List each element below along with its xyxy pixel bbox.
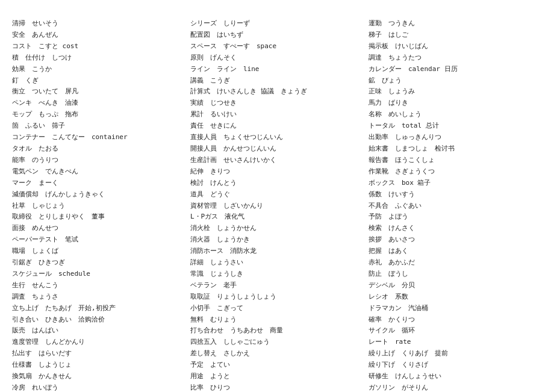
column-3: 運勤 つうきん梯子 はしご掲示板 けいじばん調達 ちょうたつカレンダー cale… — [364, 18, 542, 392]
entry-3-18: 予防 よぼう — [369, 211, 537, 223]
entry-2-28: 打ち合わせ うちあわせ 商量 — [190, 325, 359, 337]
entry-1-16: 減価償却 げんかしょうきゃく — [12, 189, 181, 201]
entry-1-3: コスト こすと cost — [12, 41, 181, 52]
entry-2-4: 原則 げんそく — [190, 52, 359, 64]
entry-3-17: 不具合 ふぐあい — [369, 201, 537, 212]
entry-2-17: 資材管理 しざいかんり — [190, 201, 359, 212]
entry-3-2: 梯子 はしご — [369, 30, 537, 41]
entry-2-25: 取取証 りょうしょうしょう — [190, 291, 359, 303]
entry-2-13: 生産計画 せいさんけいかく — [190, 155, 359, 166]
entry-3-22: 赤礼 あかふだ — [369, 257, 537, 269]
entry-3-9: 名称 めいしょう — [369, 109, 537, 120]
content-columns: 清掃 せいそう安全 あんぜんコスト こすと cost積 仕付け しつけ効果 こう… — [12, 18, 542, 392]
entry-1-29: 進度管理 しんどかんり — [12, 337, 181, 348]
entry-3-31: 繰り下げ くりさげ — [369, 359, 537, 371]
entry-1-24: 生行 せんこう — [12, 280, 181, 291]
entry-1-1: 清掃 せいそう — [12, 18, 181, 30]
entry-1-26: 立ち上げ たちあげ 开始,初投产 — [12, 303, 181, 314]
entry-1-33: 冷房 れいぼう — [12, 382, 181, 392]
entry-2-3: スペース すぺーす space — [190, 41, 359, 52]
entry-3-12: 始末書 しまつしょ 检讨书 — [369, 143, 537, 155]
entry-1-30: 払出す はらいだす — [12, 348, 181, 359]
entry-1-8: ペンキ べんき 油漆 — [12, 98, 181, 109]
entry-1-2: 安全 あんぜん — [12, 30, 181, 41]
entry-2-30: 差し替え さしかえ — [190, 348, 359, 359]
entry-1-15: マーク まーく — [12, 178, 181, 189]
entry-2-15: 検討 けんとう — [190, 178, 359, 189]
column-1: 清掃 せいそう安全 あんぜんコスト こすと cost積 仕付け しつけ効果 こう… — [12, 18, 185, 392]
entry-2-16: 道具 どうぐ — [190, 189, 359, 201]
entry-1-25: 調査 ちょうさ — [12, 291, 181, 303]
entry-1-21: 職場 しょくば — [12, 246, 181, 257]
entry-2-7: 計算式 けいさんしき 協議 きょうぎ — [190, 86, 359, 98]
entry-2-12: 開接人員 かんせつじんいん — [190, 143, 359, 155]
entry-3-23: 防止 ぼうし — [369, 269, 537, 280]
entry-3-5: カレンダー calendar 日历 — [369, 64, 537, 75]
entry-3-1: 運勤 つうきん — [369, 18, 537, 30]
entry-2-20: 消火器 しょうかき — [190, 234, 359, 246]
entry-3-32: 研修生 けんしょうせい — [369, 371, 537, 382]
entry-3-16: 係数 けいすう — [369, 189, 537, 201]
entry-2-6: 講義 こうぎ — [190, 75, 359, 87]
entry-3-6: 鉱 びょう — [369, 75, 537, 87]
entry-3-33: ガソリン がそりん — [369, 382, 537, 392]
entry-3-29: レート rate — [369, 337, 537, 348]
entry-2-9: 累計 るいけい — [190, 109, 359, 120]
entry-1-23: スケジュール schedule — [12, 269, 181, 280]
column-2: シリーズ しりーず配置図 はいちずスペース すぺーす space原則 げんそくラ… — [185, 18, 364, 392]
entry-2-29: 四捨五入 ししゃごにゅう — [190, 337, 359, 348]
entry-3-13: 報告書 ほうこくしょ — [369, 155, 537, 166]
entry-2-22: 詳細 しょうさい — [190, 257, 359, 269]
entry-2-19: 消火栓 しょうかせん — [190, 223, 359, 234]
entry-2-18: L・Pガス 液化气 — [190, 211, 359, 223]
entry-2-5: ライン ライン line — [190, 64, 359, 75]
entry-1-22: 引鋸ぎ ひきつぎ — [12, 257, 181, 269]
entry-1-9: モップ もっぷ 拖布 — [12, 109, 181, 120]
entry-3-30: 繰り上げ くりあげ 提前 — [369, 348, 537, 359]
entry-1-12: タオル たおる — [12, 143, 181, 155]
entry-3-24: デシベル 分贝 — [369, 280, 537, 291]
entry-1-13: 能率 のうりつ — [12, 155, 181, 166]
entry-1-19: 面接 めんせつ — [12, 223, 181, 234]
entry-2-27: 無料 むりょう — [190, 314, 359, 326]
entry-2-33: 比率 ひりつ — [190, 382, 359, 392]
entry-2-2: 配置図 はいちず — [190, 30, 359, 41]
entry-2-26: 小切手 こぎって — [190, 303, 359, 314]
entry-2-11: 直接人員 ちょくせつじんいん — [190, 132, 359, 143]
entry-1-11: コンテナー こんてなー container — [12, 132, 181, 143]
entry-2-10: 責任 せきにん — [190, 120, 359, 132]
entry-2-1: シリーズ しりーず — [190, 18, 359, 30]
entry-3-25: レシオ 系数 — [369, 291, 537, 303]
entry-1-4: 積 仕付け しつけ — [12, 52, 181, 64]
entry-1-18: 取締役 とりしまりやく 董事 — [12, 211, 181, 223]
entry-1-32: 換気扇 かんきせん — [12, 371, 181, 382]
page: 清掃 せいそう安全 あんぜんコスト こすと cost積 仕付け しつけ効果 こう… — [0, 0, 554, 392]
entry-3-10: トータル total 总计 — [369, 120, 537, 132]
entry-2-8: 実績 じつせき — [190, 98, 359, 109]
entry-1-20: ペーパーテスト 笔试 — [12, 234, 181, 246]
entry-3-8: 馬力 ばりき — [369, 98, 537, 109]
entry-3-4: 調達 ちょうたつ — [369, 52, 537, 64]
entry-3-11: 出勤率 しゅっきんりつ — [369, 132, 537, 143]
entry-3-21: 把握 はあく — [369, 246, 537, 257]
entry-2-24: ベテラン 老手 — [190, 280, 359, 291]
entry-2-14: 紀伸 きりつ — [190, 166, 359, 178]
entry-3-27: 確率 かくりつ — [369, 314, 537, 326]
entry-1-17: 社草 しゃじょう — [12, 201, 181, 212]
entry-2-32: 用途 ようと — [190, 371, 359, 382]
entry-3-7: 正味 しょうみ — [369, 86, 537, 98]
entry-3-15: ボックス box 箱子 — [369, 178, 537, 189]
entry-3-3: 掲示板 けいじばん — [369, 41, 537, 52]
entry-3-19: 検索 けんさく — [369, 223, 537, 234]
entry-3-26: ドラマカン 汽油桶 — [369, 303, 537, 314]
entry-1-5: 効果 こうか — [12, 64, 181, 75]
entry-1-10: 箇 ふるい 筛子 — [12, 120, 181, 132]
entry-1-6: 釘 くぎ — [12, 75, 181, 87]
entry-1-14: 電気ペン でんきぺん — [12, 166, 181, 178]
entry-3-14: 作業靴 さぎょうくつ — [369, 166, 537, 178]
entry-1-27: 引き合い ひきあい 洽购洽价 — [12, 314, 181, 326]
entry-2-23: 常識 じょうしき — [190, 269, 359, 280]
entry-2-31: 予定 よてい — [190, 359, 359, 371]
entry-2-21: 消防ホース 消防水龙 — [190, 246, 359, 257]
entry-1-28: 販売 はんばい — [12, 325, 181, 337]
